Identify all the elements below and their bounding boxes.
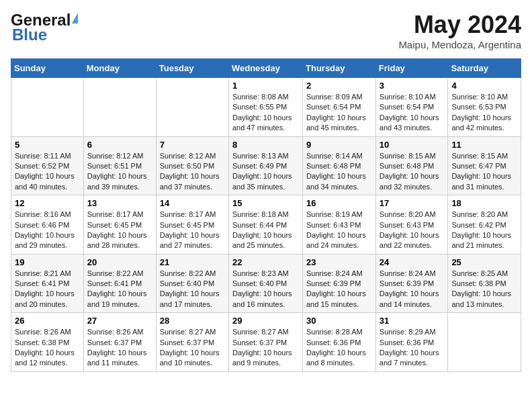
day-info: Sunrise: 8:25 AM Sunset: 6:38 PM Dayligh… <box>451 269 517 310</box>
day-info: Sunrise: 8:22 AM Sunset: 6:41 PM Dayligh… <box>87 269 152 310</box>
day-info: Sunrise: 8:12 AM Sunset: 6:50 PM Dayligh… <box>160 151 225 193</box>
col-header-friday: Friday <box>375 59 448 78</box>
calendar-cell: 29Sunrise: 8:27 AM Sunset: 6:37 PM Dayli… <box>228 313 302 372</box>
day-number: 30 <box>306 316 372 326</box>
calendar-cell: 6Sunrise: 8:12 AM Sunset: 6:51 PM Daylig… <box>83 136 156 195</box>
day-info: Sunrise: 8:20 AM Sunset: 6:42 PM Dayligh… <box>451 210 517 251</box>
day-number: 7 <box>160 140 225 150</box>
day-number: 3 <box>380 81 445 91</box>
day-number: 31 <box>380 316 445 326</box>
day-number: 17 <box>380 198 445 208</box>
day-number: 15 <box>232 198 299 208</box>
day-number: 9 <box>306 140 372 150</box>
calendar-cell: 21Sunrise: 8:22 AM Sunset: 6:40 PM Dayli… <box>156 254 228 313</box>
calendar-header-row: SundayMondayTuesdayWednesdayThursdayFrid… <box>11 59 521 78</box>
calendar-cell: 19Sunrise: 8:21 AM Sunset: 6:41 PM Dayli… <box>11 254 84 313</box>
calendar-week-row: 26Sunrise: 8:26 AM Sunset: 6:38 PM Dayli… <box>11 313 521 372</box>
day-info: Sunrise: 8:27 AM Sunset: 6:37 PM Dayligh… <box>232 327 299 369</box>
calendar-week-row: 1Sunrise: 8:08 AM Sunset: 6:55 PM Daylig… <box>11 78 521 137</box>
calendar-cell: 28Sunrise: 8:27 AM Sunset: 6:37 PM Dayli… <box>156 313 228 372</box>
calendar-cell: 10Sunrise: 8:15 AM Sunset: 6:48 PM Dayli… <box>375 136 448 195</box>
day-info: Sunrise: 8:08 AM Sunset: 6:55 PM Dayligh… <box>232 92 299 134</box>
col-header-wednesday: Wednesday <box>228 59 302 78</box>
day-info: Sunrise: 8:26 AM Sunset: 6:37 PM Dayligh… <box>87 327 152 369</box>
day-number: 23 <box>306 257 372 267</box>
calendar-week-row: 5Sunrise: 8:11 AM Sunset: 6:52 PM Daylig… <box>11 136 521 195</box>
calendar-cell: 24Sunrise: 8:24 AM Sunset: 6:39 PM Dayli… <box>375 254 448 313</box>
day-info: Sunrise: 8:18 AM Sunset: 6:44 PM Dayligh… <box>232 210 299 251</box>
calendar-cell: 23Sunrise: 8:24 AM Sunset: 6:39 PM Dayli… <box>303 254 376 313</box>
calendar-cell: 17Sunrise: 8:20 AM Sunset: 6:43 PM Dayli… <box>375 195 448 255</box>
day-info: Sunrise: 8:10 AM Sunset: 6:53 PM Dayligh… <box>451 92 517 134</box>
col-header-thursday: Thursday <box>303 59 376 78</box>
col-header-monday: Monday <box>83 59 156 78</box>
day-info: Sunrise: 8:17 AM Sunset: 6:45 PM Dayligh… <box>87 210 152 251</box>
day-info: Sunrise: 8:27 AM Sunset: 6:37 PM Dayligh… <box>160 327 225 369</box>
calendar-cell: 14Sunrise: 8:17 AM Sunset: 6:45 PM Dayli… <box>156 195 228 255</box>
col-header-tuesday: Tuesday <box>156 59 228 78</box>
calendar-cell: 25Sunrise: 8:25 AM Sunset: 6:38 PM Dayli… <box>448 254 521 313</box>
calendar-cell: 4Sunrise: 8:10 AM Sunset: 6:53 PM Daylig… <box>448 78 521 137</box>
day-number: 16 <box>306 198 372 208</box>
calendar-cell: 12Sunrise: 8:16 AM Sunset: 6:46 PM Dayli… <box>11 195 84 255</box>
day-number: 10 <box>380 140 445 150</box>
day-info: Sunrise: 8:09 AM Sunset: 6:54 PM Dayligh… <box>306 92 372 134</box>
col-header-sunday: Sunday <box>11 59 84 78</box>
day-info: Sunrise: 8:28 AM Sunset: 6:36 PM Dayligh… <box>306 327 372 369</box>
day-info: Sunrise: 8:14 AM Sunset: 6:48 PM Dayligh… <box>306 151 372 193</box>
day-number: 24 <box>380 257 445 267</box>
day-number: 14 <box>160 198 225 208</box>
day-number: 6 <box>87 140 152 150</box>
day-number: 21 <box>160 257 225 267</box>
calendar-cell: 16Sunrise: 8:19 AM Sunset: 6:43 PM Dayli… <box>303 195 376 255</box>
day-info: Sunrise: 8:23 AM Sunset: 6:40 PM Dayligh… <box>232 269 299 310</box>
title-section: May 2024 Maipu, Mendoza, Argentina <box>398 11 521 50</box>
day-number: 5 <box>15 140 80 150</box>
day-info: Sunrise: 8:20 AM Sunset: 6:43 PM Dayligh… <box>380 210 445 251</box>
location-subtitle: Maipu, Mendoza, Argentina <box>398 39 521 50</box>
day-number: 19 <box>15 257 80 267</box>
calendar-cell: 7Sunrise: 8:12 AM Sunset: 6:50 PM Daylig… <box>156 136 228 195</box>
calendar-cell <box>11 78 84 137</box>
day-number: 22 <box>232 257 299 267</box>
day-number: 27 <box>87 316 152 326</box>
logo: General Blue <box>11 11 78 44</box>
calendar-week-row: 19Sunrise: 8:21 AM Sunset: 6:41 PM Dayli… <box>11 254 521 313</box>
calendar-cell: 18Sunrise: 8:20 AM Sunset: 6:42 PM Dayli… <box>448 195 521 255</box>
calendar-cell: 15Sunrise: 8:18 AM Sunset: 6:44 PM Dayli… <box>228 195 302 255</box>
day-info: Sunrise: 8:26 AM Sunset: 6:38 PM Dayligh… <box>15 327 80 369</box>
day-info: Sunrise: 8:16 AM Sunset: 6:46 PM Dayligh… <box>15 210 80 251</box>
calendar-cell: 11Sunrise: 8:15 AM Sunset: 6:47 PM Dayli… <box>448 136 521 195</box>
day-number: 2 <box>306 81 372 91</box>
calendar-cell: 8Sunrise: 8:13 AM Sunset: 6:49 PM Daylig… <box>228 136 302 195</box>
calendar-cell <box>156 78 228 137</box>
day-info: Sunrise: 8:29 AM Sunset: 6:36 PM Dayligh… <box>380 327 445 369</box>
calendar-cell: 22Sunrise: 8:23 AM Sunset: 6:40 PM Dayli… <box>228 254 302 313</box>
calendar-cell: 9Sunrise: 8:14 AM Sunset: 6:48 PM Daylig… <box>303 136 376 195</box>
month-year-title: May 2024 <box>398 11 521 39</box>
day-number: 20 <box>87 257 152 267</box>
day-info: Sunrise: 8:22 AM Sunset: 6:40 PM Dayligh… <box>160 269 225 310</box>
day-info: Sunrise: 8:24 AM Sunset: 6:39 PM Dayligh… <box>306 269 372 310</box>
page-header: General Blue May 2024 Maipu, Mendoza, Ar… <box>11 11 521 50</box>
day-number: 25 <box>451 257 517 267</box>
day-info: Sunrise: 8:11 AM Sunset: 6:52 PM Dayligh… <box>15 151 80 193</box>
day-info: Sunrise: 8:24 AM Sunset: 6:39 PM Dayligh… <box>380 269 445 310</box>
day-info: Sunrise: 8:10 AM Sunset: 6:54 PM Dayligh… <box>380 92 445 134</box>
day-number: 12 <box>15 198 80 208</box>
day-number: 26 <box>15 316 80 326</box>
logo-triangle-icon <box>72 13 78 24</box>
day-info: Sunrise: 8:21 AM Sunset: 6:41 PM Dayligh… <box>15 269 80 310</box>
calendar-week-row: 12Sunrise: 8:16 AM Sunset: 6:46 PM Dayli… <box>11 195 521 255</box>
calendar-table: SundayMondayTuesdayWednesdayThursdayFrid… <box>11 58 521 372</box>
calendar-cell: 20Sunrise: 8:22 AM Sunset: 6:41 PM Dayli… <box>83 254 156 313</box>
day-number: 28 <box>160 316 225 326</box>
calendar-cell: 30Sunrise: 8:28 AM Sunset: 6:36 PM Dayli… <box>303 313 376 372</box>
calendar-cell: 13Sunrise: 8:17 AM Sunset: 6:45 PM Dayli… <box>83 195 156 255</box>
calendar-cell: 1Sunrise: 8:08 AM Sunset: 6:55 PM Daylig… <box>228 78 302 137</box>
calendar-cell: 3Sunrise: 8:10 AM Sunset: 6:54 PM Daylig… <box>375 78 448 137</box>
day-number: 1 <box>232 81 299 91</box>
calendar-cell: 27Sunrise: 8:26 AM Sunset: 6:37 PM Dayli… <box>83 313 156 372</box>
calendar-cell <box>83 78 156 137</box>
day-number: 11 <box>451 140 517 150</box>
